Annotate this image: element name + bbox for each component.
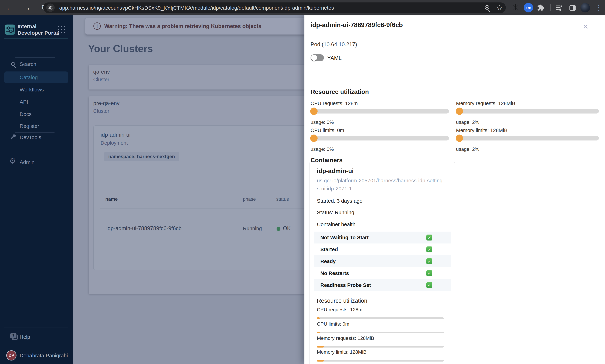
toolbar-separator bbox=[550, 4, 551, 11]
sidebar: Internal Developer Portal Search Overvie… bbox=[0, 15, 73, 364]
forward-icon[interactable]: → bbox=[22, 3, 32, 12]
metric-fill bbox=[317, 360, 324, 362]
sidebar-item-admin[interactable]: Admin bbox=[20, 159, 35, 166]
main-content: ! Warning: There was a problem retrievin… bbox=[73, 15, 304, 364]
ru-bar-cpu-requests bbox=[311, 109, 449, 114]
cluster-name: pre-qa-env bbox=[93, 100, 119, 106]
screen: ← → ↻ app.harness.io/ng/account/vpCkHKsD… bbox=[0, 0, 605, 364]
ru-label-cpu-limits: CPU limits: 0m bbox=[311, 128, 344, 133]
check-icon: ✓ bbox=[426, 258, 432, 264]
container-status: Status: Running bbox=[317, 209, 354, 215]
warning-text: Warning: There was a problem retrieving … bbox=[104, 23, 261, 29]
sidebar-item-api[interactable]: API bbox=[20, 98, 28, 105]
ru-indicator-dot bbox=[310, 107, 317, 115]
bookmark-star-icon[interactable]: ☆ bbox=[496, 4, 503, 12]
idp-logo[interactable] bbox=[5, 25, 15, 35]
url-text[interactable]: app.harness.io/ng/account/vpCkHKsDSxK9_K… bbox=[59, 5, 334, 11]
zoom-extension-icon[interactable]: zm bbox=[524, 3, 533, 13]
extensions-puzzle-icon[interactable] bbox=[537, 4, 544, 12]
table-divider bbox=[100, 208, 317, 208]
metric-bar-memory-limits bbox=[317, 360, 444, 362]
metric-fill bbox=[317, 317, 320, 319]
cluster-card-pre-qa-env[interactable]: pre-qa-env Cluster idp-admin-ui Deployme… bbox=[89, 96, 334, 294]
ru-bar-memory-requests bbox=[456, 109, 599, 114]
media-queue-icon[interactable] bbox=[555, 4, 563, 12]
brand-title: Internal Developer Portal bbox=[17, 23, 60, 36]
search-icon bbox=[11, 62, 15, 66]
url-bar[interactable]: app.harness.io/ng/account/vpCkHKsDSxK9_K… bbox=[43, 2, 506, 13]
health-label: No Restarts bbox=[320, 267, 349, 279]
metric-fill bbox=[317, 332, 320, 333]
container-image: us.gcr.io/platform-205701/harness/harnes… bbox=[317, 177, 444, 193]
gear-icon: ⚙ bbox=[9, 156, 16, 165]
side-panel-icon[interactable] bbox=[569, 4, 576, 12]
page-title: Your Clusters bbox=[88, 43, 153, 54]
check-icon: ✓ bbox=[426, 270, 432, 276]
search-underline bbox=[15, 57, 55, 58]
table-header-name[interactable]: name bbox=[105, 196, 118, 202]
metric-bar-cpu-requests bbox=[317, 317, 444, 319]
ru-usage-memory-limits: usage: 2% bbox=[456, 146, 479, 152]
browser-toolbar: ← → ↻ app.harness.io/ng/account/vpCkHKsD… bbox=[0, 0, 605, 15]
sidebar-item-catalog[interactable]: Catalog bbox=[20, 74, 38, 81]
ru-usage-memory-requests: usage: 2% bbox=[456, 119, 479, 125]
profile-avatar[interactable] bbox=[580, 3, 590, 13]
ru-indicator-dot bbox=[456, 107, 463, 115]
browser-menu-icon[interactable]: ⋮ bbox=[595, 3, 603, 12]
container-started: Started: 3 days ago bbox=[317, 198, 362, 204]
metric-fill bbox=[317, 346, 324, 348]
health-row: No Restarts ✓ bbox=[314, 267, 451, 279]
pod-phase-cell: Running bbox=[243, 226, 262, 231]
user-name[interactable]: Debabrata Panigrahi bbox=[20, 352, 68, 359]
ru-indicator-dot bbox=[310, 134, 317, 142]
health-row: Not Waiting To Start ✓ bbox=[314, 232, 451, 244]
metric-label-cpu-requests: CPU requests: 128m bbox=[317, 307, 362, 312]
deployment-name: idp-admin-ui bbox=[101, 132, 131, 138]
yaml-label: YAML bbox=[327, 55, 342, 61]
sidebar-item-workflows[interactable]: Workflows bbox=[20, 86, 44, 93]
cluster-card-qa-env[interactable]: qa-env Cluster bbox=[89, 65, 334, 90]
health-label: Ready bbox=[320, 255, 336, 267]
sidebar-item-register[interactable]: Register bbox=[20, 123, 39, 130]
extension-spinner-icon[interactable]: ✳ bbox=[512, 2, 519, 12]
drawer-title: idp-admin-ui-7889789fc6-9f6cb bbox=[311, 21, 403, 29]
zoom-out-icon[interactable] bbox=[485, 5, 489, 10]
pod-status-cell: OK bbox=[283, 225, 291, 232]
close-icon[interactable]: × bbox=[581, 22, 591, 32]
sidebar-item-help[interactable]: Help bbox=[20, 334, 30, 340]
container-card: idp-admin-ui us.gcr.io/platform-205701/h… bbox=[309, 162, 455, 364]
ru-bar-memory-limits bbox=[456, 136, 599, 141]
warning-banner: ! Warning: There was a problem retrievin… bbox=[85, 18, 331, 35]
site-settings-icon[interactable] bbox=[46, 3, 55, 12]
namespace-chip: namespace: harness-nextgen bbox=[104, 152, 179, 161]
check-icon: ✓ bbox=[426, 247, 432, 252]
ru-label-cpu-requests: CPU requests: 128m bbox=[311, 101, 358, 106]
user-initials: DP bbox=[9, 353, 14, 358]
metric-label-cpu-limits: CPU limits: 0m bbox=[317, 321, 349, 327]
user-avatar[interactable]: DP bbox=[6, 350, 16, 361]
container-name: idp-admin-ui bbox=[317, 168, 354, 174]
sidebar-item-devtools[interactable]: DevTools bbox=[20, 134, 41, 141]
sidebar-item-docs[interactable]: Docs bbox=[20, 111, 32, 118]
app-grid-icon[interactable] bbox=[58, 26, 66, 34]
wrench-icon bbox=[10, 133, 17, 140]
yaml-toggle[interactable] bbox=[311, 54, 324, 61]
back-icon[interactable]: ← bbox=[5, 3, 14, 12]
card-resource-utilization-heading: Resource utilization bbox=[317, 298, 367, 304]
cluster-kind: Cluster bbox=[93, 108, 109, 114]
ru-usage-cpu-requests: usage: 0% bbox=[311, 119, 334, 125]
sidebar-divider bbox=[4, 327, 68, 328]
warning-icon: ! bbox=[93, 22, 101, 30]
sidebar-item-search[interactable]: Search bbox=[20, 61, 36, 68]
table-header-status[interactable]: status bbox=[276, 196, 289, 202]
metric-bar-cpu-limits bbox=[317, 332, 444, 333]
table-header-phase[interactable]: phase bbox=[243, 196, 256, 202]
ru-usage-cpu-limits: usage: 0% bbox=[311, 146, 334, 152]
health-label: Started bbox=[320, 244, 338, 255]
yaml-toggle-knob[interactable] bbox=[311, 55, 317, 61]
pod-subtitle: Pod (10.64.10.217) bbox=[311, 41, 357, 48]
ru-indicator-dot bbox=[456, 134, 463, 142]
deployment-card: idp-admin-ui Deployment namespace: harne… bbox=[93, 125, 332, 270]
health-row: Started ✓ bbox=[314, 244, 451, 255]
ru-label-memory-limits: Memory limits: 128MiB bbox=[456, 128, 507, 133]
